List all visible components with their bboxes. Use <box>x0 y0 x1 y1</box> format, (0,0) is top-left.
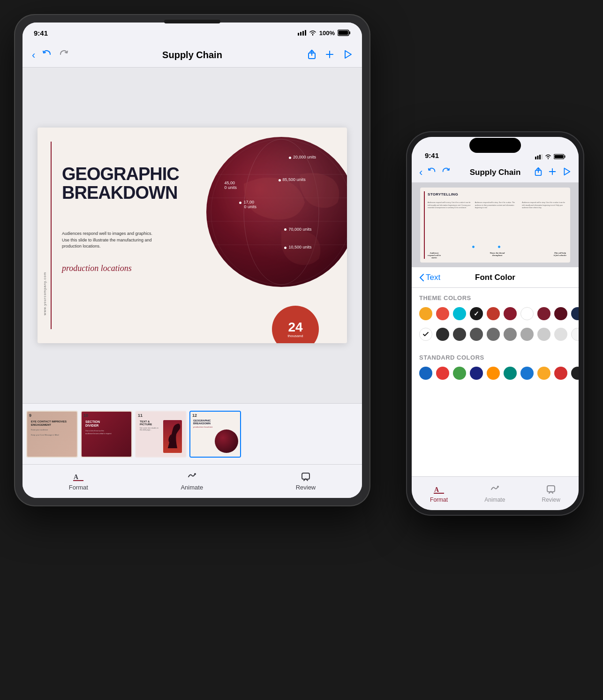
standard-color-grid <box>412 365 579 385</box>
globe-label-6: 10,500 units <box>284 245 311 249</box>
tablet-nav-bar: ‹ Supply Chain <box>23 43 362 68</box>
color-swatch-black-selected[interactable] <box>470 307 483 320</box>
color-swatch-navy[interactable] <box>571 307 579 320</box>
main-slide[interactable]: www.yourcompany.com GEOGRAPHIC BREAKDOWN… <box>38 128 347 343</box>
standard-swatch-darkgray[interactable] <box>571 367 579 380</box>
mini-callouts: Audiencesrespond well tostories Weave th… <box>428 252 566 259</box>
svg-point-19 <box>194 473 196 475</box>
standard-swatch-blue[interactable] <box>419 367 432 380</box>
slide-script: production locations <box>62 263 132 273</box>
thumbnail-10[interactable]: 10 SECTIONDIVIDER Use a bit of text so t… <box>81 411 132 458</box>
color-swatch-burgundy[interactable] <box>504 307 517 320</box>
color-swatch-gray4[interactable] <box>487 328 500 341</box>
standard-colors-label: STANDARD COLORS <box>412 347 579 365</box>
theme-color-grid-row2 <box>412 326 579 347</box>
svg-rect-6 <box>349 31 350 34</box>
phone-back-button[interactable]: ‹ <box>419 166 422 179</box>
share-button[interactable] <box>307 49 317 61</box>
format-button[interactable]: A Format <box>69 472 88 491</box>
tablet-nav-title: Supply Chain <box>162 50 222 60</box>
color-swatch-orange[interactable] <box>419 307 432 320</box>
phone-add-button[interactable] <box>548 167 557 178</box>
phone-animate-button[interactable]: Animate <box>484 484 505 503</box>
phone-play-button[interactable] <box>562 167 571 178</box>
circle-unit: thousand <box>288 334 303 338</box>
phone-signal-icon <box>535 154 543 159</box>
standard-swatch-teal[interactable] <box>504 367 517 380</box>
selection-dot-1 <box>472 245 475 248</box>
color-swatch-white[interactable] <box>520 307 534 320</box>
tablet-status-bar: 9:41 100% <box>23 23 362 43</box>
standard-swatch-medblue[interactable] <box>520 367 534 380</box>
phone-review-button[interactable]: Review <box>542 484 560 503</box>
theme-color-grid-row1 <box>412 305 579 326</box>
standard-swatch-darkblue[interactable] <box>470 367 483 380</box>
tablet-canvas: www.yourcompany.com GEOGRAPHIC BREAKDOWN… <box>23 68 362 403</box>
thumb-11-num: 11 <box>138 413 143 418</box>
tablet-toolbar: A Format Animate Review <box>23 464 362 498</box>
panel-header: Text Font Color <box>412 267 579 288</box>
svg-rect-24 <box>542 154 543 159</box>
color-swatch-darkmaroon[interactable] <box>554 307 567 320</box>
standard-swatch-red[interactable] <box>436 367 449 380</box>
panel-back-button[interactable]: Text <box>419 273 440 282</box>
thumbnail-9[interactable]: 9 EYE CONTACT IMPROVESENGAGEMENT Know yo… <box>26 411 78 458</box>
phone-toolbar: A Format Animate Review <box>412 476 579 510</box>
svg-rect-0 <box>298 33 299 36</box>
add-button[interactable] <box>324 49 335 61</box>
animate-label: Animate <box>181 484 203 491</box>
color-swatch-darkred[interactable] <box>487 307 500 320</box>
thumb-9-num: 9 <box>29 413 31 418</box>
color-swatch-red[interactable] <box>436 307 449 320</box>
phone-format-button[interactable]: A Format <box>430 484 448 503</box>
slide-subtitle: Audiences respond well to images and gra… <box>62 231 156 250</box>
color-swatch-gray5[interactable] <box>504 328 517 341</box>
standard-swatch-gold[interactable] <box>537 367 550 380</box>
svg-rect-27 <box>565 156 565 158</box>
thumb-12-num: 12 <box>192 413 197 418</box>
svg-rect-21 <box>535 157 536 159</box>
color-swatch-gray9[interactable] <box>571 328 579 341</box>
animate-button[interactable]: Animate <box>181 472 203 491</box>
phone-share-button[interactable] <box>534 167 543 178</box>
phone-nav-right <box>534 167 571 178</box>
selection-dot-2 <box>497 245 501 248</box>
svg-marker-31 <box>564 168 570 175</box>
svg-point-34 <box>497 486 499 488</box>
play-button[interactable] <box>342 49 353 61</box>
phone-format-panel: Text Font Color THEME COLORS <box>412 267 579 476</box>
slide-vertical-text: www.yourcompany.com <box>43 272 46 315</box>
thumbnail-strip: 9 EYE CONTACT IMPROVESENGAGEMENT Know yo… <box>23 403 362 464</box>
mini-left-accent <box>424 191 425 259</box>
tablet-nav-left: ‹ <box>32 49 69 61</box>
color-swatch-gray2[interactable] <box>453 328 466 341</box>
standard-swatch-amber[interactable] <box>487 367 500 380</box>
review-button[interactable]: Review <box>296 472 316 491</box>
color-swatch-gray6[interactable] <box>520 328 534 341</box>
color-swatch-white-check[interactable] <box>419 328 432 341</box>
globe-label-2: 85,500 units <box>279 177 306 182</box>
tablet-back-button[interactable]: ‹ <box>32 49 35 61</box>
thumbnail-12[interactable]: 12 GEOGRAPHICBREAKDOWN production locati… <box>189 411 241 458</box>
globe-label-5: 70,000 units <box>284 227 311 232</box>
thumbnail-11[interactable]: 11 TEXT &PICTURE Use some nice visuals o… <box>135 411 187 458</box>
color-swatch-gray7[interactable] <box>537 328 550 341</box>
color-swatch-maroon[interactable] <box>537 307 550 320</box>
globe-label-3: 45,000 units <box>224 181 237 190</box>
svg-rect-22 <box>537 156 539 159</box>
thumb-10-subtitle: Use a bit of text so theaudience knows w… <box>85 429 128 435</box>
tablet-undo-button[interactable] <box>42 49 52 61</box>
color-swatch-gray1[interactable] <box>436 328 449 341</box>
globe-label-4: 17,00 0 units <box>239 200 256 209</box>
thumb-9-text: Know your audienceKeep your Core Message… <box>31 429 73 437</box>
phone-slide-mini[interactable]: STORYTELLING Audiences respond well to s… <box>420 188 570 263</box>
color-swatch-gray3[interactable] <box>470 328 483 341</box>
phone-undo-button[interactable] <box>427 166 437 179</box>
color-swatch-gray8[interactable] <box>554 328 567 341</box>
panel-back-label: Text <box>426 273 440 282</box>
tablet-redo-button[interactable] <box>59 49 69 61</box>
standard-swatch-crimson[interactable] <box>554 367 567 380</box>
color-swatch-cyan[interactable] <box>453 307 466 320</box>
standard-swatch-green[interactable] <box>453 367 466 380</box>
phone-redo-button[interactable] <box>441 166 451 179</box>
